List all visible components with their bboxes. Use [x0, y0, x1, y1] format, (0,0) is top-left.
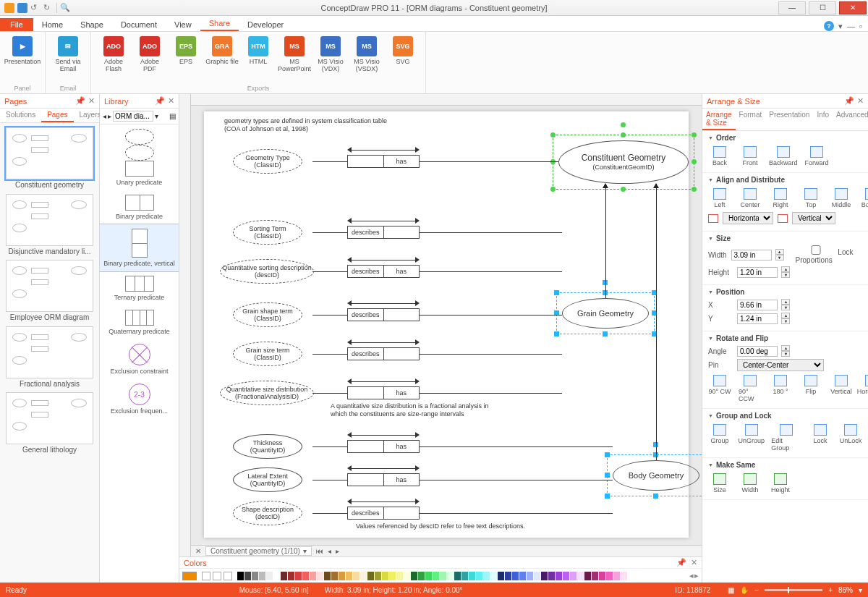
- color-swatch[interactable]: [273, 572, 280, 580]
- color-swatch[interactable]: [505, 572, 511, 580]
- color-swatch[interactable]: [396, 572, 403, 580]
- library-picker[interactable]: [113, 111, 153, 122]
- tab-developer[interactable]: Developer: [239, 18, 292, 31]
- zoom-out-icon[interactable]: −: [754, 586, 759, 594]
- spin-down-icon[interactable]: ▾: [781, 272, 790, 278]
- color-swatch[interactable]: [346, 572, 352, 580]
- edit-group-button[interactable]: Edit Group: [771, 424, 801, 452]
- tab-view[interactable]: View: [166, 18, 200, 31]
- zoom-dropdown-icon[interactable]: ▾: [859, 586, 862, 594]
- color-swatch[interactable]: [621, 572, 627, 580]
- lib-menu-icon[interactable]: ▤: [169, 112, 176, 120]
- color-swatch[interactable]: [440, 572, 446, 580]
- subtab-presentation[interactable]: Presentation: [765, 109, 813, 130]
- color-swatch[interactable]: [433, 572, 439, 580]
- library-item[interactable]: Ternary predicate: [100, 271, 179, 305]
- export-ms-visio-vsdx--button[interactable]: MS MS Visio (VSDX): [350, 33, 383, 72]
- lib-dropdown-icon[interactable]: ▾: [155, 112, 158, 120]
- angle-input[interactable]: [737, 346, 778, 357]
- color-swatch[interactable]: [613, 572, 620, 580]
- distribute-v-icon[interactable]: [778, 214, 788, 223]
- color-swatch[interactable]: [577, 572, 584, 580]
- close-panel-icon[interactable]: ✕: [857, 96, 864, 106]
- color-swatch[interactable]: [259, 572, 265, 580]
- color-swatch[interactable]: [425, 572, 432, 580]
- help-icon[interactable]: ?: [824, 21, 834, 31]
- color-swatch[interactable]: [527, 572, 533, 580]
- color-swatch[interactable]: [389, 572, 396, 580]
- predicate-box[interactable]: has: [347, 155, 420, 168]
- 90-ccw-button[interactable]: 90° CCW: [739, 375, 762, 402]
- library-item[interactable]: 2-3Exclusion frequen...: [100, 379, 179, 419]
- ribbon-options-icon[interactable]: ▫: [859, 22, 862, 30]
- color-swatch[interactable]: [548, 572, 555, 580]
- zoom-in-icon[interactable]: +: [828, 586, 833, 594]
- export-svg-button[interactable]: SVG SVG: [386, 33, 420, 65]
- presentation-button[interactable]: ▶ Presentation: [6, 33, 39, 65]
- subtab-solutions[interactable]: Solutions: [0, 109, 41, 122]
- predicate-box[interactable]: describes: [347, 308, 420, 321]
- spin-down-icon[interactable]: ▾: [781, 305, 790, 310]
- color-swatch[interactable]: [244, 572, 251, 580]
- library-item[interactable]: Binary predicate, vertical: [100, 224, 179, 271]
- color-swatch[interactable]: [252, 572, 258, 580]
- sheet-tab[interactable]: Constituent geometry (1/10) ▾: [205, 546, 312, 556]
- size-button[interactable]: Size: [708, 473, 731, 494]
- bottom-button[interactable]: Bottom: [860, 188, 868, 208]
- spin-up-icon[interactable]: ▴: [781, 345, 790, 351]
- pan-icon[interactable]: ✋: [740, 586, 749, 594]
- spin-down-icon[interactable]: ▾: [781, 351, 790, 357]
- subtab-format[interactable]: Format: [736, 109, 766, 130]
- export-ms-visio-vdx--button[interactable]: MS MS Visio (VDX): [314, 33, 347, 72]
- subtab-info[interactable]: Info: [813, 109, 833, 130]
- pin-icon[interactable]: 📌: [676, 558, 686, 567]
- predicate-box[interactable]: describes has: [347, 265, 420, 278]
- entity-body-geometry[interactable]: Body Geometry: [613, 460, 699, 491]
- maximize-button[interactable]: ☐: [809, 1, 836, 14]
- library-item[interactable]: Quaternary predicate: [100, 305, 179, 339]
- color-swatch[interactable]: [512, 572, 519, 580]
- entity-oval[interactable]: Grain shape term(ClassID): [233, 302, 302, 327]
- color-swatch[interactable]: [454, 572, 461, 580]
- color-swatch[interactable]: [331, 572, 338, 580]
- page-thumbnail[interactable]: [6, 326, 93, 378]
- lib-next-icon[interactable]: ▸: [108, 112, 111, 120]
- fill-background-icon[interactable]: [224, 572, 232, 580]
- tab-shape[interactable]: Shape: [72, 18, 112, 31]
- width-input[interactable]: [731, 250, 772, 261]
- group-button[interactable]: Group: [708, 424, 731, 452]
- color-swatch[interactable]: [317, 572, 323, 580]
- lib-prev-icon[interactable]: ◂: [103, 112, 106, 120]
- color-swatch[interactable]: [606, 572, 613, 580]
- entity-oval[interactable]: Shape description(descID): [233, 501, 302, 525]
- subtab-advanced[interactable]: Advanced: [833, 109, 868, 130]
- color-swatch[interactable]: [339, 572, 345, 580]
- spin-up-icon[interactable]: ▴: [781, 266, 790, 272]
- color-swatch[interactable]: [411, 572, 417, 580]
- distribute-h-icon[interactable]: [708, 214, 718, 223]
- color-swatch[interactable]: [483, 572, 490, 580]
- tab-share[interactable]: Share: [200, 17, 239, 31]
- 180--button[interactable]: 180 °: [769, 375, 792, 402]
- current-color[interactable]: [182, 572, 197, 580]
- close-panel-icon[interactable]: ✕: [691, 558, 697, 567]
- color-swatch[interactable]: [469, 572, 475, 580]
- tab-home[interactable]: Home: [33, 18, 72, 31]
- export-adobe-pdf-button[interactable]: ADO Adobe PDF: [133, 33, 166, 72]
- lock-button[interactable]: Lock: [809, 424, 832, 452]
- tab-document[interactable]: Document: [112, 18, 166, 31]
- color-swatch[interactable]: [295, 572, 302, 580]
- width-button[interactable]: Width: [739, 473, 762, 494]
- page-thumbnail[interactable]: [6, 260, 93, 312]
- left-button[interactable]: Left: [708, 188, 731, 208]
- color-swatch[interactable]: [418, 572, 425, 580]
- save-icon[interactable]: [17, 3, 27, 13]
- entity-oval[interactable]: Thickness(QuantityID): [233, 434, 302, 459]
- sheet-nav-prev-icon[interactable]: ◂: [328, 547, 331, 555]
- entity-grain-geometry[interactable]: Grain Geometry: [562, 298, 649, 329]
- zoom-slider[interactable]: [765, 589, 822, 591]
- library-item[interactable]: Entity: [100, 124, 179, 140]
- y-input[interactable]: [737, 313, 778, 324]
- export-html-button[interactable]: HTM HTML: [242, 33, 275, 65]
- color-swatch[interactable]: [461, 572, 468, 580]
